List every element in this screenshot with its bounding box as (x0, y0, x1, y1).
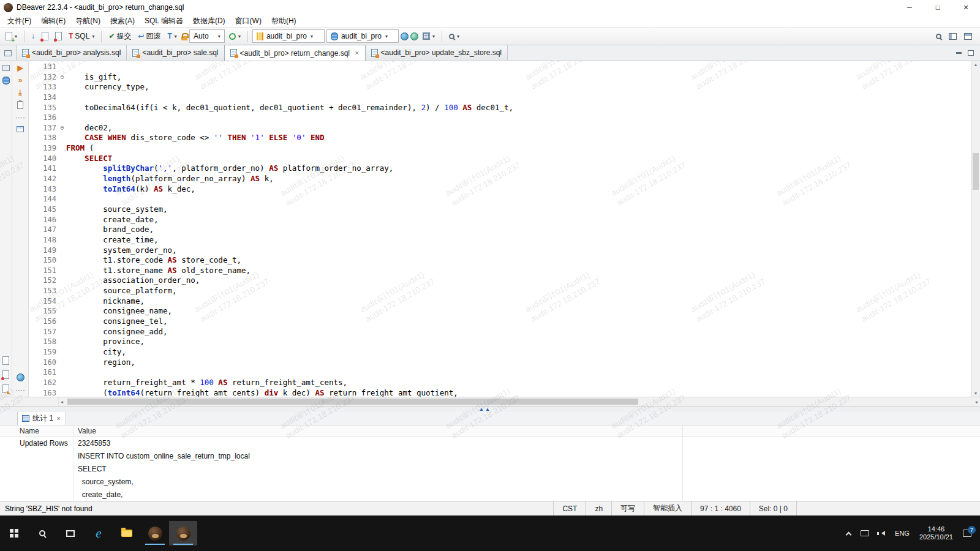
restore-view-icon[interactable] (4, 50, 12, 56)
horizontal-scroll-thumb[interactable] (67, 399, 638, 405)
scroll-up-icon[interactable]: ▲ (971, 62, 980, 67)
vertical-scroll-thumb[interactable] (973, 153, 979, 190)
internet-explorer-button[interactable]: e (85, 521, 113, 545)
database-selector[interactable]: audit_bi_pro ▾ (326, 29, 399, 43)
close-icon[interactable]: ✕ (56, 416, 61, 422)
tray-expand-icon[interactable] (846, 531, 852, 538)
editor-tab-4[interactable]: <audit_bi_pro> update_sbz_store.sql (365, 45, 508, 60)
code-text[interactable]: create_date, (66, 215, 159, 225)
connection-selector[interactable]: audit_bi_pro ▾ (252, 29, 325, 43)
code-text[interactable]: create_time, (66, 235, 159, 246)
menu-database[interactable]: 数据库(D) (188, 15, 230, 28)
autocommit-select[interactable]: Auto ▾ (189, 29, 225, 43)
sql-dialect-dropdown[interactable]: T SQL ▾ (66, 31, 97, 42)
new-sql-script-button[interactable]: ▾ (3, 31, 20, 42)
language-indicator[interactable]: ENG (895, 530, 910, 537)
restore-db-navigator-icon[interactable] (2, 65, 10, 71)
dbeaver-taskbar-button[interactable] (141, 521, 169, 545)
editor-horizontal-scrollbar[interactable]: ◂ ▸ (59, 397, 980, 406)
close-button[interactable]: ✕ (952, 0, 980, 15)
maximize-button[interactable]: □ (924, 0, 952, 15)
code-text[interactable]: source_system, (66, 204, 168, 215)
editor-tab-2[interactable]: <audit_bi_pro> sale.sql (126, 45, 224, 60)
task-view-button[interactable] (56, 521, 85, 545)
code-text[interactable]: consignee_name, (66, 306, 172, 317)
code-text[interactable]: t1.store_code AS store_code_t, (66, 255, 241, 266)
taskbar-search-button[interactable] (28, 521, 56, 545)
code-text[interactable]: consignee_add, (66, 327, 168, 337)
minimize-editor-area-icon[interactable] (956, 52, 962, 54)
volume-icon[interactable] (879, 531, 885, 536)
code-text[interactable]: source_platform, (66, 286, 177, 296)
transaction-log-dropdown[interactable]: ▾ (227, 32, 243, 41)
fold-collapse-icon[interactable]: ⊖ (58, 72, 66, 83)
start-button[interactable] (0, 521, 28, 545)
code-text[interactable]: nickname, (66, 296, 145, 307)
arrow-down-icon[interactable]: ↓ (29, 31, 37, 41)
column-header-name[interactable]: Name (15, 425, 74, 437)
execute-statement-icon[interactable]: ▶ (17, 64, 23, 72)
sql-editor[interactable]: 131132⊖ is_gift,133 currency_type,134135… (29, 61, 971, 397)
touch-keyboard-icon[interactable] (861, 530, 869, 536)
code-text[interactable]: toDecimal64(if(i < k, dec01_quotient, de… (66, 103, 513, 113)
taskbar-clock[interactable]: 14:46 2025/10/21 (919, 525, 953, 541)
code-text[interactable]: t1.store_name AS old_store_name, (66, 266, 251, 276)
explain-plan-icon[interactable] (17, 101, 23, 109)
scroll-right-icon[interactable]: ▸ (974, 397, 980, 406)
code-text[interactable]: currency_type, (66, 82, 149, 92)
minimize-button[interactable]: ─ (895, 0, 924, 15)
open-perspective-icon[interactable] (949, 33, 957, 40)
scroll-down-icon[interactable]: ▼ (971, 391, 980, 395)
transaction-mode-dropdown[interactable]: T ▾ (165, 31, 179, 41)
restore-panels-arrows[interactable]: ▲▲ (479, 407, 491, 412)
quick-access-search-icon[interactable] (936, 34, 941, 39)
action-center-icon[interactable]: 7 (963, 530, 971, 537)
menu-search[interactable]: 搜索(A) (105, 15, 140, 28)
fold-collapse-icon[interactable]: ⊖ (58, 123, 66, 133)
save-as-button[interactable] (53, 31, 64, 42)
db-navigator-icon[interactable] (2, 77, 10, 84)
menu-help[interactable]: 帮助(H) (266, 15, 301, 28)
code-text[interactable]: toInt64(k) AS k_dec, (66, 184, 195, 195)
dbeaver-taskbar-button-active[interactable] (169, 521, 197, 545)
code-text[interactable]: CASE WHEN dis_store_code <> '' THEN '1' … (66, 133, 325, 143)
table-row[interactable]: create_date, (0, 489, 980, 501)
search-dropdown[interactable]: ▾ (447, 32, 462, 40)
rollback-button[interactable]: ↩ 回滚 (135, 30, 163, 43)
execute-script-icon[interactable]: » (18, 77, 23, 84)
editor-vertical-scrollbar[interactable]: ▲ ▼ (971, 61, 980, 397)
menu-sql-editor[interactable]: SQL 编辑器 (140, 15, 188, 28)
code-text[interactable]: is_gift, (66, 72, 121, 83)
web-link-icon[interactable] (17, 373, 24, 381)
menu-edit[interactable]: 编辑(E) (36, 15, 70, 28)
table-row[interactable]: Updated Rows23245853 (0, 437, 980, 450)
menu-navigate[interactable]: 导航(N) (70, 15, 105, 28)
editor-layout-icon[interactable] (964, 33, 972, 40)
scroll-left-icon[interactable]: ◂ (59, 397, 65, 406)
more-actions-icon[interactable]: ···· (15, 114, 25, 121)
text-editor-view-icon[interactable] (2, 384, 9, 393)
code-text[interactable]: province, (66, 337, 145, 347)
commit-button[interactable]: ✔ 提交 (106, 30, 134, 43)
tab-statistics[interactable]: 统计 1 ✕ (17, 411, 66, 425)
code-text[interactable]: (toInt64(return_freight_amt_cents) div k… (66, 388, 458, 397)
close-tab-icon[interactable]: ✕ (355, 50, 360, 56)
panel-divider[interactable]: ▲▲ (0, 406, 980, 412)
table-row[interactable]: SELECT (0, 463, 980, 476)
code-text[interactable]: FROM ( (66, 143, 94, 154)
code-text[interactable]: return_freight_amt * 100 AS return_freig… (66, 378, 347, 388)
code-text[interactable]: association_order_no, (66, 276, 200, 286)
file-explorer-button[interactable] (113, 521, 141, 545)
editor-tab-3[interactable]: <audit_bi_pro> return_change.sql✕ (224, 45, 366, 61)
menu-file[interactable]: 文件(F) (2, 15, 36, 28)
column-header-value[interactable]: Value (74, 425, 683, 437)
error-log-view-icon[interactable] (2, 370, 9, 379)
menu-window[interactable]: 窗口(W) (230, 15, 266, 28)
code-text[interactable]: splitByChar(',', platform_order_no) AS p… (66, 163, 393, 174)
code-text[interactable]: city, (66, 347, 126, 358)
maximize-editor-area-icon[interactable] (968, 50, 974, 56)
code-text[interactable]: region, (66, 358, 135, 368)
more-icon[interactable]: ···· (15, 386, 25, 394)
table-row[interactable]: INSERT INTO custom_online_sale_return_tm… (0, 450, 980, 463)
save-button[interactable] (39, 31, 51, 42)
